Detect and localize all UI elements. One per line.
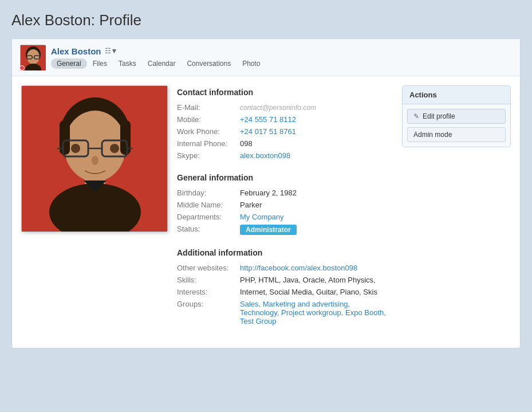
dropdown-icon[interactable]: ☷▼ [105, 47, 118, 55]
status-label: Status: [177, 223, 240, 237]
tab-files[interactable]: Files [87, 58, 113, 69]
skills-value: PHP, HTML, Java, Oracle, Atom Physics, [240, 274, 393, 286]
edit-profile-button[interactable]: Edit profile [407, 109, 506, 124]
groups-label: Groups: [177, 298, 240, 327]
mobile-label: Mobile: [177, 113, 240, 125]
departments-value: My Company [240, 211, 393, 223]
birthday-label: Birthday: [177, 187, 240, 199]
actions-panel: Actions Edit profile Admin mode [402, 85, 511, 147]
tab-conversations[interactable]: Conversations [181, 58, 237, 69]
profile-name-row: Alex Boston ☷▼ [51, 46, 266, 56]
departments-row: Departments: My Company [177, 211, 393, 223]
contact-table: E-Mail: contact@personinfo.com Mobile: +… [177, 101, 393, 162]
work-phone-value: +24 017 51 8761 [240, 125, 393, 138]
mobile-row: Mobile: +24 555 71 8112 [177, 113, 393, 125]
svg-point-19 [92, 156, 98, 165]
tab-tasks[interactable]: Tasks [113, 58, 142, 69]
left-column [21, 85, 168, 339]
other-websites-value: http://facebook.com/alex.boston098 [240, 262, 393, 274]
profile-header: Alex Boston ☷▼ General Files Tasks Calen… [12, 39, 520, 76]
svg-rect-11 [120, 120, 131, 155]
middle-name-value: Parker [240, 199, 393, 211]
middle-column: Contact information E-Mail: contact@pers… [177, 85, 393, 339]
interests-value: Internet, Social Media, Guitar, Piano, S… [240, 286, 393, 298]
avatar [20, 45, 45, 70]
status-badge: Administrator [240, 225, 297, 235]
interests-label: Interests: [177, 286, 240, 298]
right-column: Actions Edit profile Admin mode [402, 85, 511, 339]
svg-point-18 [110, 144, 119, 153]
contact-section-title: Contact information [177, 88, 393, 97]
tab-calendar[interactable]: Calendar [142, 58, 182, 69]
groups-row: Groups: Sales, Marketing and advertising… [177, 298, 393, 327]
skype-label: Skype: [177, 150, 240, 162]
work-phone-row: Work Phone: +24 017 51 8761 [177, 125, 393, 138]
skype-row: Skype: alex.boxton098 [177, 150, 393, 162]
additional-section-title: Additional information [177, 248, 393, 257]
email-label: E-Mail: [177, 101, 240, 113]
tab-general[interactable]: General [51, 58, 87, 69]
departments-label: Departments: [177, 211, 240, 223]
internal-phone-row: Internal Phone: 098 [177, 138, 393, 150]
admin-mode-button[interactable]: Admin mode [407, 127, 506, 142]
tab-photo[interactable]: Photo [237, 58, 266, 69]
email-row: E-Mail: contact@personinfo.com [177, 101, 393, 113]
internal-phone-label: Internal Phone: [177, 138, 240, 150]
mobile-value: +24 555 71 8112 [240, 113, 393, 125]
middle-name-label: Middle Name: [177, 199, 240, 211]
other-websites-row: Other websites: http://facebook.com/alex… [177, 262, 393, 274]
status-value: Administrator [240, 223, 393, 237]
birthday-row: Birthday: February 2, 1982 [177, 187, 393, 199]
status-row: Status: Administrator [177, 223, 393, 237]
actions-header: Actions [403, 86, 510, 104]
profile-name[interactable]: Alex Boston [51, 46, 101, 56]
profile-tabs: General Files Tasks Calendar Conversatio… [51, 58, 266, 69]
email-value: contact@personinfo.com [240, 101, 393, 113]
profile-card: Alex Boston ☷▼ General Files Tasks Calen… [11, 38, 521, 348]
admin-mode-label: Admin mode [413, 131, 452, 139]
skills-label: Skills: [177, 274, 240, 286]
edit-profile-label: Edit profile [423, 112, 455, 120]
middle-name-row: Middle Name: Parker [177, 199, 393, 211]
work-phone-label: Work Phone: [177, 125, 240, 138]
profile-photo [21, 85, 168, 232]
general-table: Birthday: February 2, 1982 Middle Name: … [177, 187, 393, 237]
page-title: Alex Boston: Profile [11, 11, 521, 29]
skills-row: Skills: PHP, HTML, Java, Oracle, Atom Ph… [177, 274, 393, 286]
actions-body: Edit profile Admin mode [403, 104, 510, 147]
pencil-icon [413, 112, 419, 120]
groups-value: Sales, Marketing and advertising, Techno… [240, 298, 393, 327]
birthday-value: February 2, 1982 [240, 187, 393, 199]
skype-value: alex.boxton098 [240, 150, 393, 162]
main-content: Contact information E-Mail: contact@pers… [12, 76, 520, 348]
general-section-title: General information [177, 173, 393, 182]
online-status-dot [19, 65, 25, 70]
internal-phone-value: 098 [240, 138, 393, 150]
profile-name-area: Alex Boston ☷▼ General Files Tasks Calen… [51, 46, 266, 69]
svg-point-17 [71, 144, 80, 153]
svg-point-2 [27, 49, 40, 64]
additional-table: Other websites: http://facebook.com/alex… [177, 262, 393, 327]
svg-rect-10 [60, 120, 70, 155]
interests-row: Interests: Internet, Social Media, Guita… [177, 286, 393, 298]
other-websites-label: Other websites: [177, 262, 240, 274]
